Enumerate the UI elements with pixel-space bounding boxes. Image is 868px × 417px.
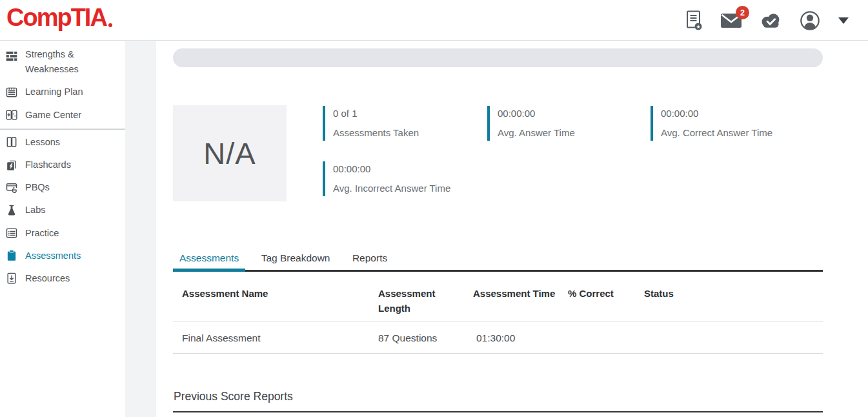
column-header-assessment-length: Assessment Length [378,286,446,316]
svg-text:★: ★ [696,24,700,30]
stat-label: Avg. Answer Time [498,127,575,138]
column-header-status: Status [644,286,674,301]
overall-score-value: N/A [203,136,256,171]
comptia-logo[interactable]: CompTIA [6,4,112,32]
sidebar-item-label: Practice [25,226,59,241]
stat-value: 00:00:00 [661,108,772,119]
stat-avg-correct-answer-time: 00:00:00 Avg. Correct Answer Time [651,106,772,141]
stat-avg-answer-time: 00:00:00 Avg. Answer Time [487,106,575,141]
sidebar-item-learning-plan[interactable]: Learning Plan [0,81,125,103]
sidebar-item-lessons[interactable]: Lessons [0,131,125,154]
messages-icon[interactable]: 2 [720,12,742,28]
stat-avg-incorrect-answer-time: 00:00:00 Avg. Incorrect Answer Time [323,161,450,196]
notebook-icon [5,85,18,99]
overall-score-box: N/A [173,105,287,201]
flashcard-bolt-icon [5,158,18,172]
table-header-divider [173,321,823,321]
logo-text: CompTIA [6,4,106,32]
clipboard-icon [5,249,18,263]
document-download-icon [5,272,18,285]
column-header-assessment-name: Assessment Name [182,286,268,301]
tab-bar-underline [173,270,823,272]
sidebar-item-label: Game Center [25,108,81,123]
window-hand-icon [5,181,18,194]
game-tiles-icon [5,108,18,122]
main-content: N/A 0 of 1 Assessments Taken 00:00:00 Av… [173,41,823,417]
open-book-icon [5,136,18,149]
table-row-divider [173,353,823,354]
sidebar-item-label: Resources [25,271,70,286]
sidebar-item-strengths-weaknesses[interactable]: Strengths & Weaknesses [0,43,125,81]
score-report-icon[interactable]: ★ [685,10,703,31]
stat-label: Avg. Correct Answer Time [661,127,772,138]
tab-tag-breakdown[interactable]: Tag Breakdown [255,252,337,272]
sidebar-item-game-center[interactable]: Game Center [0,104,125,127]
header-icon-group: ★ 2 [685,0,849,41]
caret-down-icon[interactable] [838,17,849,24]
sidebar-item-resources[interactable]: Resources [0,267,125,290]
sidebar-scroll-gutter[interactable] [125,41,156,417]
sidebar-item-label: Flashcards [25,158,71,172]
account-icon[interactable] [799,10,821,32]
sidebar-item-practice[interactable]: Practice [0,222,125,245]
previous-score-reports-title: Previous Score Reports [174,390,293,403]
cell-assessment-length: 87 Questions [378,332,437,344]
cloud-sync-icon[interactable] [760,12,782,29]
sidebar-item-pbqs[interactable]: PBQs [0,176,125,199]
cell-assessment-name: Final Assessment [182,332,260,344]
unread-messages-badge: 2 [736,6,749,19]
stat-assessments-taken: 0 of 1 Assessments Taken [323,106,419,141]
tab-reports[interactable]: Reports [346,252,394,272]
list-icon [5,227,18,240]
tab-bar: Assessments Tag Breakdown Reports [173,252,823,272]
sidebar-item-label: Labs [25,203,45,218]
sidebar-item-label: Learning Plan [25,85,83,99]
sidebar-item-label: Lessons [25,135,60,150]
sidebar-item-label: Assessments [25,249,81,263]
sidebar-item-assessments[interactable]: Assessments [0,245,125,267]
stat-label: Avg. Incorrect Answer Time [333,183,450,194]
score-progress-bar [173,48,823,67]
sidebar-item-flashcards[interactable]: Flashcards [0,154,125,176]
stat-value: 0 of 1 [333,108,419,119]
sidebar-item-label: Strengths & Weaknesses [25,47,103,77]
stat-value: 00:00:00 [498,108,575,119]
flask-icon [5,203,18,217]
sidebar-item-label: PBQs [25,180,50,195]
top-header: CompTIA ★ 2 [0,0,868,41]
stat-value: 00:00:00 [333,163,450,174]
previous-reports-divider [173,411,823,412]
bar-levels-icon [5,49,18,63]
cell-assessment-time: 01:30:00 [476,332,515,344]
stat-label: Assessments Taken [333,127,419,138]
column-header-percent-correct: % Correct [568,286,614,301]
sidebar-nav: Strengths & Weaknesses Learning Plan [0,41,125,417]
column-header-assessment-time: Assessment Time [473,286,567,301]
tab-assessments[interactable]: Assessments [173,252,245,272]
sidebar-item-labs[interactable]: Labs [0,199,125,221]
sidebar-divider [0,128,125,130]
app-window: CompTIA ★ 2 [0,0,868,417]
registered-mark-dot [108,23,112,27]
